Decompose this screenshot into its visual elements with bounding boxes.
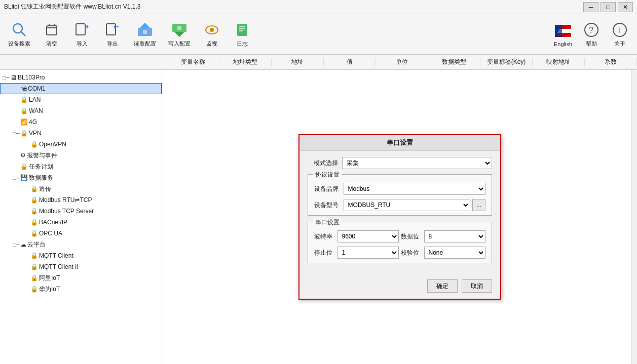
toolbar-clear[interactable]: 清空	[39, 19, 65, 50]
svg-rect-2	[47, 26, 57, 35]
sidebar-label-cloudplatform: 云平台	[27, 240, 46, 249]
sidebar-item-transparent[interactable]: 🔒 透传	[0, 183, 162, 194]
sidebar-item-bl103pro[interactable]: □─ 🖥 BL103Pro	[0, 72, 162, 83]
parity-select[interactable]: None Even Odd	[424, 247, 485, 259]
sidebar-item-cloudplatform[interactable]: □─ ☁ 云平台	[0, 239, 162, 250]
cancel-button[interactable]: 取消	[462, 279, 492, 293]
toggle-cloud[interactable]: □─	[12, 242, 20, 248]
col-unit: 单位	[376, 58, 428, 66]
write-config-icon	[170, 21, 189, 39]
toolbar-import[interactable]: 导入	[69, 19, 95, 50]
baudrate-label: 波特率	[314, 232, 335, 241]
sidebar: □─ 🖥 BL103Pro 🖲 COM1 🔒 LAN 🔒 WAN 📶 4G □─…	[0, 70, 162, 364]
restore-button[interactable]: □	[601, 2, 616, 12]
toolbar-right: English ? 帮助 i 关于	[550, 19, 633, 50]
toolbar-read-config-label: 读取配置	[134, 40, 156, 48]
sidebar-item-wan[interactable]: 🔒 WAN	[0, 105, 162, 116]
mqttclient-icon: 🔒	[30, 252, 38, 259]
sidebar-item-task[interactable]: 🔒 任务计划	[0, 161, 162, 172]
clear-icon	[43, 21, 61, 39]
sidebar-label-dataservice: 数据服务	[29, 174, 53, 182]
lan-icon: 🔒	[20, 96, 28, 103]
databits-select[interactable]: 5 6 7 8	[424, 230, 485, 242]
sidebar-item-modbustcpserver[interactable]: 🔒 Modbus TCP Server	[0, 206, 162, 217]
col-varname: 变量名称	[167, 58, 219, 66]
vpn-icon: 🔒	[20, 130, 28, 137]
toggle-bl103pro[interactable]: □─	[2, 75, 10, 80]
sidebar-item-dataservice[interactable]: □─ 💾 数据服务	[0, 172, 162, 183]
svg-rect-22	[237, 24, 247, 36]
model-select-row: MODBUS_RTU MODBUS_ASCII ...	[344, 199, 485, 211]
svg-text:i: i	[618, 26, 620, 34]
toolbar-read-config[interactable]: 读取配置	[130, 19, 160, 50]
language-button[interactable]: English	[550, 20, 576, 49]
title-bar: BLiiot 钡铼工业网关配置软件 www.BLiiot.cn V1.1.3 ─…	[0, 0, 637, 14]
stopbits-select[interactable]: 1 1.5 2	[338, 247, 399, 259]
toolbar-export-label: 导出	[107, 40, 118, 48]
sidebar-item-aliiot[interactable]: 🔒 阿里IoT	[0, 272, 162, 284]
toolbar-export[interactable]: 导出	[99, 19, 126, 50]
toolbar-search[interactable]: 设备搜索	[4, 19, 34, 50]
svg-rect-10	[106, 24, 116, 35]
dialog-body: 模式选择 采集 透传 禁用 协议设置 设备品牌	[299, 151, 500, 275]
sidebar-item-4g[interactable]: 📶 4G	[0, 116, 162, 128]
sidebar-item-opcua[interactable]: 🔒 OPC UA	[0, 228, 162, 239]
help-button[interactable]: ? 帮助	[578, 19, 605, 50]
model-dots-button[interactable]: ...	[472, 199, 485, 211]
import-icon	[73, 21, 91, 39]
dialog-footer: 确定 取消	[299, 275, 500, 299]
about-label: 关于	[614, 40, 625, 48]
sidebar-label-com1: COM1	[28, 85, 46, 92]
svg-point-21	[210, 28, 214, 32]
sidebar-item-mqttclient[interactable]: 🔒 MQTT Client	[0, 250, 162, 261]
port-section-title: 串口设置	[313, 218, 342, 227]
about-button[interactable]: i 关于	[607, 19, 633, 50]
minimize-button[interactable]: ─	[583, 2, 598, 12]
sidebar-item-bacnetip[interactable]: 🔒 BACnet/IP	[0, 217, 162, 228]
toolbar-log[interactable]: 日志	[229, 19, 255, 50]
cloud-icon: ☁	[20, 241, 26, 248]
baudrate-select[interactable]: 1200 2400 4800 9600 19200 38400 57600 11…	[338, 230, 399, 242]
sidebar-item-mqttclient2[interactable]: 🔒 MQTT Client II	[0, 261, 162, 272]
sidebar-label-mqttclient2: MQTT Client II	[39, 263, 79, 270]
sidebar-item-lan[interactable]: 🔒 LAN	[0, 94, 162, 105]
sidebar-label-bl103pro: BL103Pro	[18, 74, 45, 81]
svg-rect-16	[143, 30, 147, 34]
toggle-vpn[interactable]: □─	[12, 131, 20, 136]
aliiot-icon: 🔒	[30, 274, 38, 281]
main-area: □─ 🖥 BL103Pro 🖲 COM1 🔒 LAN 🔒 WAN 📶 4G □─…	[0, 70, 637, 364]
sidebar-item-vpn[interactable]: □─ 🔒 VPN	[0, 128, 162, 139]
sidebar-label-bacnetip: BACnet/IP	[39, 219, 67, 226]
close-button[interactable]: ✕	[618, 2, 633, 12]
col-addrtype: 地址类型	[219, 58, 272, 66]
model-label: 设备型号	[314, 201, 342, 210]
sidebar-label-wan: WAN	[29, 107, 43, 114]
sidebar-item-huaweiiot[interactable]: 🔒 华为IoT	[0, 284, 162, 295]
toolbar-write-config[interactable]: 写入配置	[164, 19, 195, 50]
sidebar-label-4g: 4G	[29, 118, 37, 126]
sidebar-item-openvpn[interactable]: 🔒 OpenVPN	[0, 139, 162, 150]
confirm-button[interactable]: 确定	[427, 279, 458, 293]
toggle-dataservice[interactable]: □─	[12, 175, 20, 181]
mode-label: 模式选择	[308, 159, 338, 168]
transparent-icon: 🔒	[30, 185, 38, 192]
mode-select[interactable]: 采集 透传 禁用	[342, 157, 492, 169]
sidebar-item-modbusrtu2tcp[interactable]: 🔒 Modbus RTU⇌TCP	[0, 194, 162, 206]
svg-rect-19	[177, 26, 181, 30]
brand-select[interactable]: Modbus 其他	[344, 183, 485, 195]
svg-marker-15	[140, 23, 150, 28]
sidebar-item-com1[interactable]: 🖲 COM1	[0, 83, 162, 94]
sidebar-label-transparent: 透传	[39, 185, 51, 193]
col-datatype: 数据类型	[428, 58, 480, 66]
svg-text:?: ?	[589, 26, 593, 34]
mqttclient2-icon: 🔒	[30, 263, 38, 270]
model-select[interactable]: MODBUS_RTU MODBUS_ASCII	[344, 199, 471, 211]
parity-label: 校验位	[401, 249, 422, 257]
search-icon	[10, 21, 28, 39]
svg-marker-18	[174, 32, 184, 37]
language-icon	[554, 22, 572, 40]
sidebar-item-alarm[interactable]: ⚙ 报警与事件	[0, 150, 162, 161]
help-label: 帮助	[586, 40, 597, 48]
alarm-icon: ⚙	[20, 152, 26, 159]
toolbar-monitor[interactable]: 监视	[199, 19, 225, 50]
